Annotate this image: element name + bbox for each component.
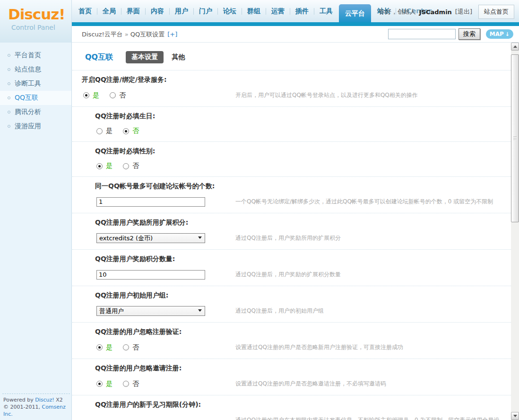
logout-link[interactable]: [退出]: [455, 8, 472, 16]
radio-option-是[interactable]: 是: [96, 127, 112, 135]
scroll-up-button[interactable]: [511, 43, 519, 51]
radio-option-是[interactable]: 是: [96, 162, 112, 170]
circle-bullet-icon: [8, 68, 10, 71]
nav-item-论坛[interactable]: 论坛: [218, 0, 242, 22]
setting-description: 一个QQ帐号无论绑定/解绑多少次，通过此QQ帐号最多可以创建论坛新帐号的个数，0…: [235, 197, 503, 207]
setting-description: 通过QQ注册后，用户奖励所用的扩展积分: [235, 233, 503, 243]
sidebar-item-漫游应用[interactable]: 漫游应用: [0, 119, 71, 133]
radio-option-否[interactable]: 否: [123, 127, 139, 135]
form-section-7: QQ注册的用户忽略注册验证:是否设置通过QQ注册的用户是否忽略新用户注册验证，可…: [72, 323, 511, 359]
sidebar-item-站点信息[interactable]: 站点信息: [0, 62, 71, 77]
breadcrumb-root: Discuz!云平台: [82, 31, 123, 38]
radio-option-否[interactable]: 否: [110, 91, 126, 100]
sidebar-item-label: 腾讯分析: [15, 108, 41, 116]
chevron-down-icon: [198, 309, 202, 312]
user-info-bar: 你好，创始人 JSCadmin [退出] 站点首页: [379, 5, 514, 19]
sidebar-item-平台首页[interactable]: 平台首页: [0, 48, 71, 62]
setting-control: extcredits2 (金币): [72, 233, 235, 243]
username: JSCadmin: [419, 9, 452, 16]
teal-accent-bar: [72, 22, 519, 26]
radio-option-否[interactable]: 否: [123, 162, 139, 170]
discuz-link[interactable]: Discuz!: [35, 397, 54, 403]
tab-other[interactable]: 其他: [171, 51, 186, 63]
breadcrumb-bar: Discuz!云平台»QQ互联设置[+] 搜索 MAP↓: [72, 26, 519, 43]
nav-item-用户[interactable]: 用户: [170, 0, 193, 22]
nav-item-首页[interactable]: 首页: [73, 0, 97, 22]
radio-option-是[interactable]: 是: [96, 343, 112, 352]
radio-button[interactable]: [123, 163, 129, 169]
nav-tab-云平台[interactable]: 云平台: [339, 4, 371, 22]
setting-control-row: 一个QQ帐号无论绑定/解绑多少次，通过此QQ帐号最多可以创建论坛新帐号的个数，0…: [72, 197, 511, 207]
search-area: 搜索 MAP↓: [388, 28, 513, 40]
map-button[interactable]: MAP↓: [486, 29, 513, 39]
site-home-button[interactable]: 站点首页: [478, 5, 514, 19]
sidebar-item-诊断工具[interactable]: 诊断工具: [0, 77, 71, 91]
radio-option-否[interactable]: 否: [123, 343, 139, 352]
scroll-down-button[interactable]: [511, 412, 519, 420]
breadcrumb: Discuz!云平台»QQ互联设置[+]: [82, 30, 177, 39]
sidebar-item-QQ互联[interactable]: QQ互联: [0, 91, 71, 105]
breadcrumb-current: QQ互联设置: [130, 31, 164, 38]
form-section-3: 同一QQ帐号最多可创建论坛帐号的个数:一个QQ帐号无论绑定/解绑多少次，通过此Q…: [72, 177, 511, 213]
radio-option-否[interactable]: 否: [123, 380, 139, 388]
form-section-0: 开启QQ注册/绑定/登录服务:是否开启后，用户可以通过QQ帐号登录站点，以及进行…: [72, 70, 511, 107]
setting-label: QQ注册时必填生日:: [72, 112, 511, 120]
tab-basic-settings[interactable]: 基本设置: [126, 51, 164, 63]
sidebar-item-腾讯分析[interactable]: 腾讯分析: [0, 105, 71, 119]
nav-item-内容[interactable]: 内容: [146, 0, 169, 22]
logo-area: Discuz! Control Panel: [0, 0, 72, 43]
radio-option-是[interactable]: 是: [83, 91, 99, 100]
scroll-down-icon: [513, 415, 517, 417]
radio-button[interactable]: [123, 128, 129, 134]
form-section-6: QQ注册用户初始用户组:普通用户通过QQ注册后，用户的初始用户组: [72, 286, 511, 323]
dropdown-select[interactable]: extcredits2 (金币): [96, 233, 205, 243]
search-input[interactable]: [388, 29, 456, 39]
nav-item-插件[interactable]: 插件: [290, 0, 314, 22]
breadcrumb-expand-link[interactable]: [+]: [167, 31, 177, 38]
footer: Powered by Discuz! X2 © 2001-2011, Comse…: [2, 394, 70, 418]
search-button[interactable]: 搜索: [458, 28, 480, 40]
breadcrumb-separator: »: [123, 31, 130, 38]
nav-item-群组[interactable]: 群组: [242, 0, 266, 22]
vertical-scrollbar[interactable]: [511, 43, 519, 420]
radio-button[interactable]: [96, 344, 103, 350]
nav-item-界面[interactable]: 界面: [121, 0, 145, 22]
arrow-down-icon: ↓: [505, 31, 510, 37]
setting-control: 是否: [72, 162, 235, 170]
sidebar-item-label: 漫游应用: [15, 122, 41, 131]
radio-button[interactable]: [83, 92, 89, 98]
setting-description: 开启后，用户可以通过QQ帐号登录站点，以及进行更多和QQ相关的操作: [235, 90, 503, 100]
settings-form: 开启QQ注册/绑定/登录服务:是否开启后，用户可以通过QQ帐号登录站点，以及进行…: [72, 70, 511, 420]
setting-control: 是否: [72, 343, 235, 352]
radio-button[interactable]: [123, 381, 129, 387]
circle-bullet-icon: [8, 125, 10, 128]
text-field[interactable]: [96, 197, 205, 207]
radio-button[interactable]: [96, 128, 103, 134]
radio-button[interactable]: [123, 344, 129, 350]
setting-control-row: 通过QQ注册后，用户奖励的扩展积分数量: [72, 270, 511, 280]
setting-label: 同一QQ帐号最多可创建论坛帐号的个数:: [72, 182, 511, 190]
text-field[interactable]: [96, 270, 205, 280]
sidebar-item-label: 站点信息: [15, 65, 41, 74]
radio-button[interactable]: [96, 381, 103, 387]
radio-option-label: 是: [106, 162, 112, 170]
circle-bullet-icon: [8, 111, 10, 114]
scrollbar-thumb[interactable]: [511, 54, 519, 222]
nav-item-全局[interactable]: 全局: [97, 0, 121, 22]
sidebar: 平台首页站点信息诊断工具QQ互联腾讯分析漫游应用 Powered by Disc…: [0, 43, 72, 420]
nav-item-门户[interactable]: 门户: [194, 0, 217, 22]
nav-item-运营[interactable]: 运营: [266, 0, 290, 22]
dropdown-select[interactable]: 普通用户: [96, 306, 205, 316]
scroll-up-icon: [513, 45, 517, 48]
setting-label: QQ注册用户奖励积分数量:: [72, 255, 511, 263]
nav-item-工具[interactable]: 工具: [314, 0, 338, 22]
radio-button[interactable]: [110, 92, 116, 98]
setting-label: QQ注册时必填性别:: [72, 147, 511, 155]
radio-option-label: 是: [106, 343, 112, 352]
radio-button[interactable]: [96, 163, 103, 169]
main-content: QQ互联 基本设置 其他 开启QQ注册/绑定/登录服务:是否开启后，用户可以通过…: [72, 43, 511, 420]
setting-label: 开启QQ注册/绑定/登录服务:: [72, 76, 511, 84]
radio-option-label: 是: [106, 127, 112, 135]
form-section-8: QQ注册的用户忽略邀请注册:是否设置通过QQ注册的用户是否忽略邀请注册，不必填写…: [72, 359, 511, 395]
radio-option-是[interactable]: 是: [96, 380, 112, 388]
